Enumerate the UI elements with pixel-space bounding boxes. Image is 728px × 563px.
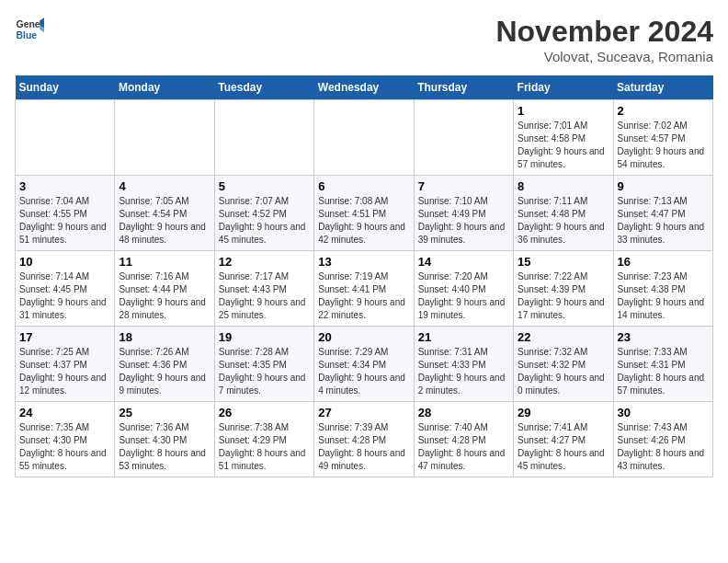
- calendar-cell: [115, 100, 214, 176]
- weekday-header-monday: Monday: [115, 75, 214, 100]
- calendar-cell: 4Sunrise: 7:05 AM Sunset: 4:54 PM Daylig…: [115, 176, 214, 251]
- day-number: 19: [219, 330, 310, 344]
- day-info: Sunrise: 7:17 AM Sunset: 4:43 PM Dayligh…: [219, 270, 310, 322]
- day-info: Sunrise: 7:14 AM Sunset: 4:45 PM Dayligh…: [19, 270, 110, 322]
- day-info: Sunrise: 7:11 AM Sunset: 4:48 PM Dayligh…: [518, 195, 609, 247]
- day-number: 11: [119, 255, 210, 269]
- day-info: Sunrise: 7:22 AM Sunset: 4:39 PM Dayligh…: [518, 270, 609, 322]
- day-number: 13: [318, 255, 409, 269]
- calendar-cell: 27Sunrise: 7:39 AM Sunset: 4:28 PM Dayli…: [314, 402, 414, 477]
- day-number: 15: [518, 255, 609, 269]
- calendar-cell: 10Sunrise: 7:14 AM Sunset: 4:45 PM Dayli…: [16, 251, 115, 327]
- day-number: 6: [318, 179, 409, 193]
- day-number: 30: [618, 406, 709, 419]
- calendar-cell: 30Sunrise: 7:43 AM Sunset: 4:26 PM Dayli…: [613, 402, 712, 477]
- day-info: Sunrise: 7:02 AM Sunset: 4:57 PM Dayligh…: [618, 120, 709, 171]
- calendar-cell: 24Sunrise: 7:35 AM Sunset: 4:30 PM Dayli…: [16, 402, 115, 477]
- day-info: Sunrise: 7:31 AM Sunset: 4:33 PM Dayligh…: [418, 346, 509, 397]
- calendar-week-5: 24Sunrise: 7:35 AM Sunset: 4:30 PM Dayli…: [16, 402, 713, 477]
- weekday-header-row: SundayMondayTuesdayWednesdayThursdayFrid…: [16, 75, 713, 100]
- calendar-week-2: 3Sunrise: 7:04 AM Sunset: 4:55 PM Daylig…: [16, 176, 713, 251]
- day-info: Sunrise: 7:25 AM Sunset: 4:37 PM Dayligh…: [19, 346, 110, 397]
- calendar-cell: 17Sunrise: 7:25 AM Sunset: 4:37 PM Dayli…: [16, 327, 115, 402]
- logo-icon: General Blue: [15, 15, 44, 44]
- day-info: Sunrise: 7:07 AM Sunset: 4:52 PM Dayligh…: [219, 195, 310, 247]
- title-section: November 2024 Volovat, Suceava, Romania: [495, 15, 713, 64]
- calendar-cell: 12Sunrise: 7:17 AM Sunset: 4:43 PM Dayli…: [214, 251, 313, 327]
- calendar-cell: 1Sunrise: 7:01 AM Sunset: 4:58 PM Daylig…: [514, 100, 613, 176]
- weekday-header-saturday: Saturday: [613, 75, 712, 100]
- calendar-cell: 16Sunrise: 7:23 AM Sunset: 4:38 PM Dayli…: [613, 251, 712, 327]
- weekday-header-friday: Friday: [514, 75, 613, 100]
- day-info: Sunrise: 7:04 AM Sunset: 4:55 PM Dayligh…: [19, 195, 110, 247]
- day-info: Sunrise: 7:39 AM Sunset: 4:28 PM Dayligh…: [318, 421, 409, 473]
- day-number: 28: [418, 406, 509, 419]
- calendar-cell: 23Sunrise: 7:33 AM Sunset: 4:31 PM Dayli…: [613, 327, 712, 402]
- calendar-cell: 26Sunrise: 7:38 AM Sunset: 4:29 PM Dayli…: [214, 402, 313, 477]
- day-number: 26: [219, 406, 310, 419]
- weekday-header-sunday: Sunday: [16, 75, 115, 100]
- day-info: Sunrise: 7:38 AM Sunset: 4:29 PM Dayligh…: [219, 421, 310, 473]
- day-number: 22: [518, 330, 609, 344]
- calendar-cell: 13Sunrise: 7:19 AM Sunset: 4:41 PM Dayli…: [314, 251, 414, 327]
- day-info: Sunrise: 7:32 AM Sunset: 4:32 PM Dayligh…: [518, 346, 609, 397]
- calendar-week-4: 17Sunrise: 7:25 AM Sunset: 4:37 PM Dayli…: [16, 327, 713, 402]
- day-info: Sunrise: 7:10 AM Sunset: 4:49 PM Dayligh…: [418, 195, 509, 247]
- day-number: 2: [618, 104, 709, 118]
- calendar-week-1: 1Sunrise: 7:01 AM Sunset: 4:58 PM Daylig…: [16, 100, 713, 176]
- day-info: Sunrise: 7:08 AM Sunset: 4:51 PM Dayligh…: [318, 195, 409, 247]
- day-info: Sunrise: 7:19 AM Sunset: 4:41 PM Dayligh…: [318, 270, 409, 322]
- day-info: Sunrise: 7:26 AM Sunset: 4:36 PM Dayligh…: [119, 346, 210, 397]
- calendar-cell: 9Sunrise: 7:13 AM Sunset: 4:47 PM Daylig…: [613, 176, 712, 251]
- calendar-cell: 29Sunrise: 7:41 AM Sunset: 4:27 PM Dayli…: [514, 402, 613, 477]
- calendar-cell: 21Sunrise: 7:31 AM Sunset: 4:33 PM Dayli…: [414, 327, 513, 402]
- calendar-cell: 22Sunrise: 7:32 AM Sunset: 4:32 PM Dayli…: [514, 327, 613, 402]
- day-info: Sunrise: 7:20 AM Sunset: 4:40 PM Dayligh…: [418, 270, 509, 322]
- day-info: Sunrise: 7:43 AM Sunset: 4:26 PM Dayligh…: [618, 421, 709, 473]
- day-number: 27: [318, 406, 409, 419]
- calendar-week-3: 10Sunrise: 7:14 AM Sunset: 4:45 PM Dayli…: [16, 251, 713, 327]
- calendar-cell: 8Sunrise: 7:11 AM Sunset: 4:48 PM Daylig…: [514, 176, 613, 251]
- page-header: General Blue General Blue November 2024 …: [15, 15, 713, 64]
- day-number: 21: [418, 330, 509, 344]
- day-number: 3: [19, 179, 110, 193]
- day-number: 14: [418, 255, 509, 269]
- calendar-cell: [214, 100, 313, 176]
- day-info: Sunrise: 7:35 AM Sunset: 4:30 PM Dayligh…: [19, 421, 110, 473]
- day-number: 25: [119, 406, 210, 419]
- calendar-cell: [314, 100, 414, 176]
- day-info: Sunrise: 7:16 AM Sunset: 4:44 PM Dayligh…: [119, 270, 210, 322]
- day-info: Sunrise: 7:05 AM Sunset: 4:54 PM Dayligh…: [119, 195, 210, 247]
- day-number: 10: [19, 255, 110, 269]
- day-number: 16: [618, 255, 709, 269]
- day-number: 4: [119, 179, 210, 193]
- calendar-cell: 25Sunrise: 7:36 AM Sunset: 4:30 PM Dayli…: [115, 402, 214, 477]
- day-info: Sunrise: 7:29 AM Sunset: 4:34 PM Dayligh…: [318, 346, 409, 397]
- day-info: Sunrise: 7:28 AM Sunset: 4:35 PM Dayligh…: [219, 346, 310, 397]
- calendar-cell: 3Sunrise: 7:04 AM Sunset: 4:55 PM Daylig…: [16, 176, 115, 251]
- day-number: 23: [618, 330, 709, 344]
- calendar-cell: 6Sunrise: 7:08 AM Sunset: 4:51 PM Daylig…: [314, 176, 414, 251]
- day-info: Sunrise: 7:23 AM Sunset: 4:38 PM Dayligh…: [618, 270, 709, 322]
- calendar-table: SundayMondayTuesdayWednesdayThursdayFrid…: [15, 75, 713, 477]
- calendar-cell: 5Sunrise: 7:07 AM Sunset: 4:52 PM Daylig…: [214, 176, 313, 251]
- month-title: November 2024: [495, 15, 713, 49]
- day-info: Sunrise: 7:40 AM Sunset: 4:28 PM Dayligh…: [418, 421, 509, 473]
- calendar-cell: 19Sunrise: 7:28 AM Sunset: 4:35 PM Dayli…: [214, 327, 313, 402]
- day-number: 29: [518, 406, 609, 419]
- day-info: Sunrise: 7:13 AM Sunset: 4:47 PM Dayligh…: [618, 195, 709, 247]
- day-number: 20: [318, 330, 409, 344]
- weekday-header-tuesday: Tuesday: [214, 75, 313, 100]
- location-subtitle: Volovat, Suceava, Romania: [495, 49, 713, 64]
- svg-text:Blue: Blue: [17, 30, 38, 40]
- day-info: Sunrise: 7:41 AM Sunset: 4:27 PM Dayligh…: [518, 421, 609, 473]
- calendar-cell: [414, 100, 513, 176]
- logo: General Blue General Blue: [15, 15, 44, 44]
- calendar-cell: 15Sunrise: 7:22 AM Sunset: 4:39 PM Dayli…: [514, 251, 613, 327]
- calendar-cell: 7Sunrise: 7:10 AM Sunset: 4:49 PM Daylig…: [414, 176, 513, 251]
- day-info: Sunrise: 7:01 AM Sunset: 4:58 PM Dayligh…: [518, 120, 609, 171]
- day-number: 24: [19, 406, 110, 419]
- calendar-cell: 20Sunrise: 7:29 AM Sunset: 4:34 PM Dayli…: [314, 327, 414, 402]
- day-number: 8: [518, 179, 609, 193]
- day-number: 12: [219, 255, 310, 269]
